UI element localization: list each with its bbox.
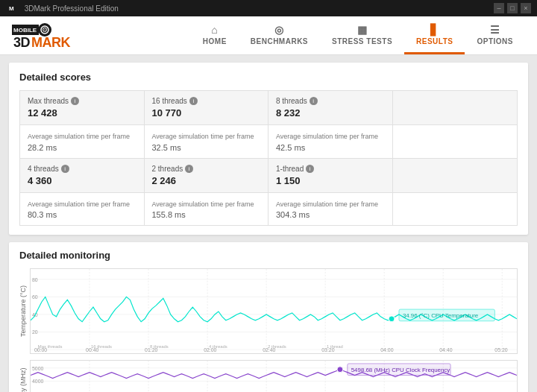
svg-text:5000: 5000 [32, 366, 44, 371]
logo-nav-bar: MOBILE ⚙ 3D MARK ⌂ HOME ◎ BENCHMARKS ▦ S… [0, 16, 537, 55]
main-content: Detailed scores Max threads i 12 428 16 … [0, 55, 537, 392]
frequency-y-label: Frequency (MHz) [19, 357, 27, 392]
16threads-label: 16 threads i [152, 97, 261, 105]
8threads-value: 8 232 [276, 107, 385, 118]
frequency-chart-wrapper: Frequency (MHz) 5000 4000 3000 2000 1000 [19, 357, 518, 392]
maximize-button[interactable]: □ [507, 3, 518, 13]
nav-results-label: RESULTS [416, 37, 453, 45]
detailed-monitoring-title: Detailed monitoring [19, 250, 518, 261]
svg-text:⚙: ⚙ [42, 26, 48, 34]
svg-text:4 threads: 4 threads [209, 345, 227, 350]
detailed-scores-title: Detailed scores [19, 72, 518, 83]
avg-sim-bot-label-2: Average simulation time per frame [152, 200, 261, 209]
2threads-info-icon[interactable]: i [185, 165, 193, 173]
svg-text:1 thread: 1 thread [327, 345, 343, 350]
title-bar: M 3DMark Professional Edition – □ × [0, 0, 537, 16]
title-bar-left: M 3DMark Professional Edition [6, 4, 119, 13]
nav-stress-tests-label: STRESS TESTS [332, 37, 392, 45]
avg-sim-top-2: Average simulation time per frame 32.5 m… [145, 125, 269, 159]
svg-text:Max threads: Max threads [38, 345, 63, 350]
title-bar-controls[interactable]: – □ × [494, 3, 531, 13]
svg-text:MOBILE: MOBILE [13, 27, 37, 34]
1thread-label: 1-thread i [276, 165, 385, 173]
score-cell-8threads: 8 threads i 8 232 [268, 91, 393, 125]
avg-sim-bot-empty [393, 193, 518, 226]
detailed-monitoring-card: Detailed monitoring Temperature (°C) 80 … [9, 242, 528, 392]
temperature-chart-area: 80 60 40 20 [30, 268, 518, 354]
1thread-value: 1 150 [276, 175, 385, 186]
avg-sim-top-1: Average simulation time per frame 28.2 m… [20, 125, 145, 159]
svg-text:04:00: 04:00 [380, 347, 393, 353]
avg-sim-top-label-3: Average simulation time per frame [276, 133, 385, 142]
nav-options-label: OPTIONS [477, 37, 513, 45]
avg-sim-bot-val-2: 155.8 ms [152, 210, 261, 219]
avg-sim-top-3: Average simulation time per frame 42.5 m… [268, 125, 393, 159]
logo-svg: MOBILE ⚙ 3D MARK [12, 22, 94, 50]
score-cell-4threads: 4 threads i 4 360 [20, 159, 145, 193]
svg-text:MARK: MARK [31, 35, 70, 50]
avg-sim-bot-val-1: 80.3 ms [28, 210, 136, 219]
svg-text:16 threads: 16 threads [91, 345, 112, 350]
8threads-info-icon[interactable]: i [310, 97, 318, 105]
svg-text:4000: 4000 [32, 379, 44, 385]
avg-sim-top-val-2: 32.5 ms [152, 143, 261, 152]
scores-grid-2: Average simulation time per frame 28.2 m… [19, 125, 518, 159]
score-cell-16threads: 16 threads i 10 770 [145, 91, 269, 125]
2threads-value: 2 246 [152, 175, 261, 186]
temperature-chart-wrapper: Temperature (°C) 80 60 40 20 [19, 268, 518, 354]
svg-text:3D: 3D [13, 35, 31, 50]
avg-sim-bot-label-3: Average simulation time per frame [276, 200, 385, 209]
scores-grid-3: 4 threads i 4 360 2 threads i 2 246 1-th… [19, 159, 518, 193]
frequency-chart-area: 5000 4000 3000 2000 1000 [30, 360, 518, 392]
nav-stress-tests[interactable]: ▦ STRESS TESTS [320, 16, 404, 54]
2threads-label: 2 threads i [152, 165, 261, 173]
nav-options[interactable]: ☰ OPTIONS [465, 16, 525, 54]
nav-benchmarks-label: BENCHMARKS [251, 37, 308, 45]
svg-text:20: 20 [32, 330, 38, 335]
score-cell-empty1 [393, 91, 518, 125]
svg-text:2 threads: 2 threads [268, 345, 286, 350]
scores-grid: Max threads i 12 428 16 threads i 10 770… [19, 90, 518, 125]
16threads-info-icon[interactable]: i [189, 97, 198, 105]
home-icon: ⌂ [211, 24, 218, 36]
4threads-info-icon[interactable]: i [61, 165, 69, 173]
nav-home[interactable]: ⌂ HOME [191, 16, 239, 54]
detailed-scores-card: Detailed scores Max threads i 12 428 16 … [9, 63, 528, 235]
avg-sim-top-val-1: 28.2 ms [28, 143, 136, 152]
minimize-button[interactable]: – [494, 3, 504, 13]
max-threads-value: 12 428 [28, 107, 136, 118]
app-logo: MOBILE ⚙ 3D MARK [12, 22, 94, 50]
nav-benchmarks[interactable]: ◎ BENCHMARKS [239, 16, 320, 54]
1thread-info-icon[interactable]: i [306, 165, 314, 173]
svg-text:8 threads: 8 threads [150, 345, 169, 350]
avg-sim-bot-3: Average simulation time per frame 304.3 … [268, 193, 393, 226]
options-icon: ☰ [490, 24, 500, 36]
svg-text:5498.68 (MHz) CPU Clock Freque: 5498.68 (MHz) CPU Clock Frequency [351, 367, 450, 373]
app-logo-small: M [6, 4, 17, 13]
nav-home-label: HOME [203, 37, 227, 45]
scores-grid-4: Average simulation time per frame 80.3 m… [19, 193, 518, 227]
8threads-label: 8 threads i [276, 97, 385, 105]
16threads-value: 10 770 [152, 107, 261, 118]
score-cell-max-threads: Max threads i 12 428 [20, 91, 145, 125]
4threads-label: 4 threads i [28, 165, 136, 173]
avg-sim-bot-2: Average simulation time per frame 155.8 … [145, 193, 269, 226]
results-icon: ▋ [430, 24, 439, 36]
max-threads-info-icon[interactable]: i [71, 97, 79, 105]
svg-text:05:20: 05:20 [494, 347, 507, 353]
avg-sim-top-label-2: Average simulation time per frame [152, 133, 261, 142]
benchmarks-icon: ◎ [274, 24, 284, 36]
score-cell-empty2 [393, 159, 518, 193]
nav-results[interactable]: ▋ RESULTS [404, 16, 465, 54]
avg-sim-top-val-3: 42.5 ms [276, 143, 385, 152]
svg-text:60: 60 [32, 295, 38, 300]
avg-sim-bot-label-1: Average simulation time per frame [28, 200, 136, 209]
svg-text:80: 80 [32, 277, 38, 282]
avg-sim-bot-1: Average simulation time per frame 80.3 m… [20, 193, 145, 226]
avg-sim-bot-val-3: 304.3 ms [276, 210, 385, 219]
title-bar-text: 3DMark Professional Edition [25, 4, 119, 13]
score-cell-2threads: 2 threads i 2 246 [145, 159, 269, 193]
max-threads-label: Max threads i [28, 97, 136, 105]
close-button[interactable]: × [521, 3, 531, 13]
svg-text:34.96 (°C) CPU Temperature: 34.96 (°C) CPU Temperature [403, 312, 479, 319]
